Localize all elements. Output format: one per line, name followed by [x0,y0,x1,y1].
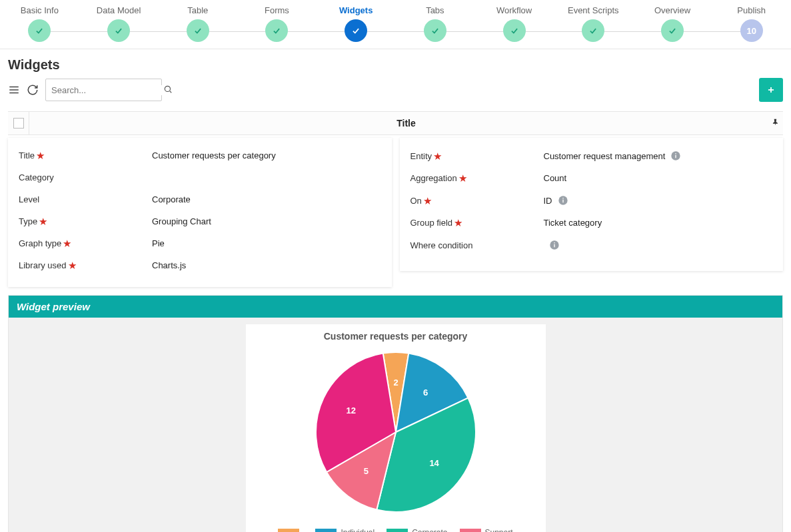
preview-header: Widget preview [9,296,782,318]
svg-rect-14 [554,244,554,248]
step-publish[interactable]: Publish10 [712,5,791,42]
step-circle [107,19,130,42]
pie-slice-label: 5 [363,466,368,476]
widget-form: Title★Customer requests per categoryCate… [0,138,791,287]
field-aggregation: Aggregation★Count [410,167,773,189]
column-header-title[interactable]: Title [29,118,783,129]
search-icon[interactable] [163,85,173,96]
legend-item[interactable]: Support [460,528,513,532]
step-label: Basic Info [21,5,59,15]
step-widgets[interactable]: Widgets [317,5,396,42]
field-label: Title★ [19,150,152,160]
select-all-checkbox[interactable] [8,112,29,134]
step-label: Forms [265,5,289,15]
pie-chart: 2614512 [253,346,539,519]
pie-slice-label: 6 [423,388,428,398]
field-where-condition: Where condition [410,234,773,256]
step-circle [424,19,446,42]
workflow-stepper: Basic InfoData ModelTableFormsWidgetsTab… [0,0,791,49]
pin-icon[interactable] [771,118,780,129]
info-icon[interactable] [558,195,568,206]
field-value[interactable] [544,240,773,250]
step-circle [265,19,288,42]
form-panel-left: Title★Customer requests per categoryCate… [8,138,392,287]
add-button[interactable] [759,78,783,102]
step-data-model[interactable]: Data Model [79,5,159,42]
chart-title: Customer requests per category [253,331,539,342]
toolbar [0,73,791,111]
field-label: Category [19,172,152,182]
field-value[interactable]: Pie [152,238,381,248]
step-workflow[interactable]: Workflow [474,5,554,42]
step-event-scripts[interactable]: Event Scripts [554,5,633,42]
field-label: Graph type★ [19,238,152,248]
step-label: Workflow [496,5,532,15]
page-header: Widgets [0,49,791,73]
step-circle [28,19,51,42]
legend-label: Corporate [412,528,447,532]
refresh-icon[interactable] [27,84,39,96]
step-circle [187,19,209,42]
step-label: Tabs [426,5,444,15]
step-basic-info[interactable]: Basic Info [0,5,79,42]
step-circle [582,19,604,42]
field-label: Type★ [19,216,152,226]
step-label: Widgets [339,5,373,15]
field-library-used: Library used★Charts.js [19,254,381,276]
field-value[interactable]: Count [544,173,773,183]
field-label: Level [19,194,152,204]
field-value[interactable]: Customer requests per category [152,150,381,160]
field-label: Aggregation★ [410,173,544,183]
field-level: LevelCorporate [19,188,381,210]
field-type: Type★Grouping Chart [19,210,381,232]
svg-point-3 [165,86,170,91]
pie-slice-label: 12 [346,405,355,415]
field-label: Library used★ [19,260,152,270]
step-forms[interactable]: Forms [237,5,317,42]
field-on: On★ID [410,189,773,212]
field-value[interactable]: ID [544,195,773,206]
legend-swatch [387,529,408,532]
widget-preview: Widget preview Customer requests per cat… [8,295,783,532]
svg-rect-11 [562,200,563,203]
step-overview[interactable]: Overview [633,5,712,42]
field-value[interactable]: Corporate [152,194,381,204]
legend-item[interactable]: Corporate [387,528,447,532]
step-tabs[interactable]: Tabs [396,5,475,42]
step-label: Publish [737,5,766,15]
field-label: Group field★ [410,218,544,228]
menu-icon[interactable] [8,84,20,96]
svg-line-4 [170,91,172,93]
field-label: Where condition [410,240,544,250]
pie-slice-label: 14 [429,458,439,468]
search-input[interactable] [51,85,163,95]
legend-label: Individual [341,528,375,532]
chart-legend: IndividualCorporateSupportComplaint [253,528,539,532]
step-label: Data Model [97,5,141,15]
svg-rect-12 [562,198,563,198]
step-circle [661,19,684,42]
field-group-field: Group field★Ticket category [410,212,773,234]
field-title: Title★Customer requests per category [19,144,381,166]
legend-swatch [460,529,481,532]
info-icon[interactable] [670,150,681,161]
field-value[interactable]: Grouping Chart [152,216,381,226]
field-entity: Entity★Customer request management [410,144,773,167]
form-panel-right: Entity★Customer request managementAggreg… [400,138,784,271]
svg-rect-8 [676,155,676,158]
pie-slice-label: 2 [393,378,398,388]
field-category: Category [19,166,381,188]
field-value[interactable]: Ticket category [544,218,773,228]
legend-swatch [278,529,299,532]
step-label: Event Scripts [568,5,619,15]
legend-item[interactable]: Individual [315,528,375,532]
info-icon[interactable] [549,240,560,250]
field-value[interactable]: Charts.js [152,260,381,270]
field-value[interactable]: Customer request management [544,150,773,161]
step-label: Overview [654,5,690,15]
legend-item[interactable] [278,528,303,532]
step-circle [503,19,526,42]
step-table[interactable]: Table [158,5,237,42]
legend-swatch [315,529,337,532]
legend-label: Support [485,528,513,532]
